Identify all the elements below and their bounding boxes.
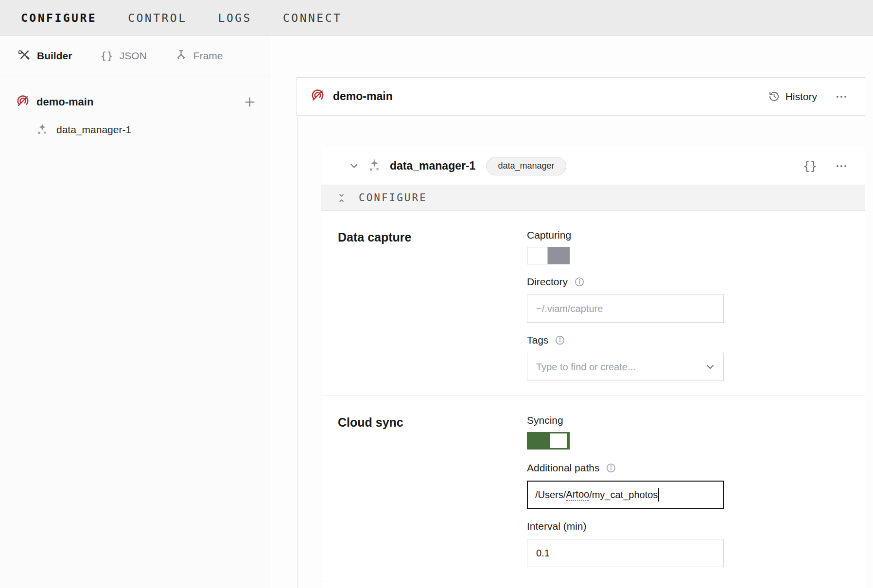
mode-tab-builder[interactable]: Builder xyxy=(18,49,72,63)
syncing-toggle[interactable] xyxy=(527,432,570,450)
cloud-sync-section: Cloud sync Syncing Additional paths /Use… xyxy=(321,396,865,582)
sidebar: Builder {} JSON Frame xyxy=(0,36,271,588)
component-card-header: data_manager-1 data_manager {} xyxy=(321,147,865,185)
top-nav: CONFIGURE CONTROL LOGS CONNECT xyxy=(0,0,873,36)
add-component-button[interactable] xyxy=(242,94,258,110)
history-clock-icon xyxy=(768,90,780,103)
plus-icon xyxy=(244,96,256,108)
mode-tab-json[interactable]: {} JSON xyxy=(100,50,147,62)
json-toggle-button[interactable]: {} xyxy=(799,157,821,175)
info-icon[interactable] xyxy=(555,335,565,346)
interval-label: Interval (min) xyxy=(527,520,724,532)
braces-icon: {} xyxy=(100,50,113,62)
tab-control[interactable]: CONTROL xyxy=(128,12,187,24)
component-type-badge: data_manager xyxy=(486,157,566,175)
directory-input[interactable] xyxy=(527,294,724,323)
tags-select xyxy=(527,353,724,381)
configure-section-bar[interactable]: CONFIGURE xyxy=(321,185,865,211)
path-misspelled-text: Artoo xyxy=(566,489,589,501)
collapse-chevron-button[interactable] xyxy=(346,157,363,174)
offline-icon xyxy=(311,88,325,104)
path-text: /Users/ xyxy=(535,489,566,501)
component-card-data-manager-1: data_manager-1 data_manager {} CONFIGURE… xyxy=(321,147,865,588)
history-button[interactable]: History xyxy=(768,90,817,103)
directory-label: Directory xyxy=(527,276,568,288)
history-label: History xyxy=(786,91,817,103)
section-title: Data capture xyxy=(338,229,527,381)
frame-axes-icon xyxy=(175,49,187,63)
tags-input[interactable] xyxy=(527,353,724,381)
sparkles-icon xyxy=(367,158,382,174)
additional-paths-input[interactable]: /Users/Artoo/my_cat_photos xyxy=(527,481,724,509)
tags-label: Tags xyxy=(527,334,548,346)
path-text: /my_cat_photos xyxy=(589,489,658,501)
tab-logs[interactable]: LOGS xyxy=(218,12,252,24)
tags-label-row: Tags xyxy=(527,334,724,346)
sidebar-item-data-manager-1[interactable]: data_manager-1 xyxy=(0,119,271,140)
tab-connect[interactable]: CONNECT xyxy=(283,12,342,24)
machine-card-title: demo-main xyxy=(333,90,393,103)
sidebar-item-demo-main[interactable]: demo-main xyxy=(0,91,271,113)
ellipsis-icon xyxy=(835,159,848,173)
text-caret xyxy=(658,488,659,502)
chevron-down-icon xyxy=(349,160,360,172)
component-card-title: data_manager-1 xyxy=(390,159,475,173)
syncing-label: Syncing xyxy=(527,415,724,426)
info-icon[interactable] xyxy=(574,277,585,287)
toggle-knob xyxy=(527,247,548,264)
capturing-toggle[interactable] xyxy=(527,247,570,264)
tree-connector-line xyxy=(297,116,298,588)
additional-paths-label-row: Additional paths xyxy=(527,462,724,474)
directory-label-row: Directory xyxy=(527,276,724,288)
offline-icon xyxy=(16,94,30,110)
main-content: demo-main History xyxy=(272,36,873,588)
component-name: data_manager-1 xyxy=(56,124,131,136)
data-capture-section: Data capture Capturing Directory Tags xyxy=(321,211,865,396)
collapse-vertical-icon xyxy=(336,192,347,204)
mode-tab-frame[interactable]: Frame xyxy=(175,49,223,63)
section-title: Cloud sync xyxy=(338,415,527,567)
sparkles-icon xyxy=(36,122,49,138)
interval-input[interactable] xyxy=(527,539,724,567)
mode-tab-label: JSON xyxy=(120,50,147,62)
mode-tab-label: Frame xyxy=(193,50,223,62)
tab-configure[interactable]: CONFIGURE xyxy=(21,12,97,24)
tools-icon xyxy=(18,49,31,63)
info-icon[interactable] xyxy=(606,463,616,473)
toggle-knob xyxy=(550,433,567,448)
machine-name: demo-main xyxy=(36,96,93,108)
component-menu-button[interactable] xyxy=(832,156,851,176)
mode-tab-label: Builder xyxy=(37,50,72,62)
next-section-stub xyxy=(321,582,865,588)
machine-card: demo-main History xyxy=(297,77,865,116)
configure-bar-label: CONFIGURE xyxy=(359,192,427,204)
sidebar-mode-tabs: Builder {} JSON Frame xyxy=(0,36,271,75)
ellipsis-icon xyxy=(835,90,848,104)
capturing-label: Capturing xyxy=(527,229,724,241)
additional-paths-label: Additional paths xyxy=(527,462,599,474)
machine-menu-button[interactable] xyxy=(832,87,851,106)
